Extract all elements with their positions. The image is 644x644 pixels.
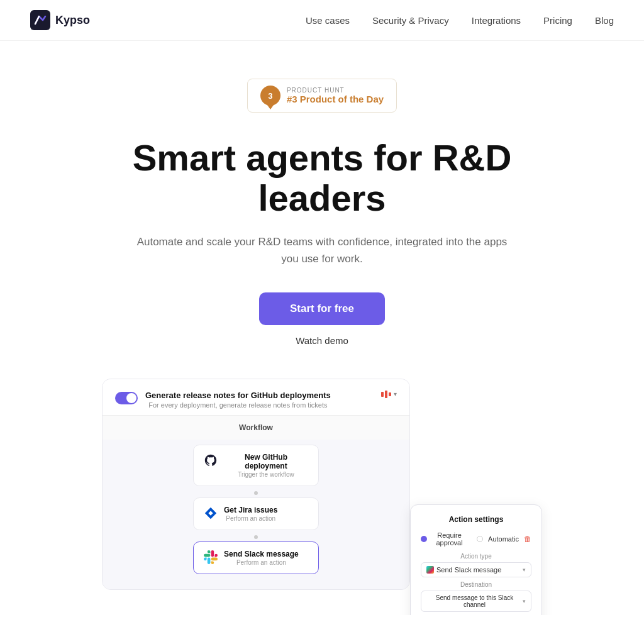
action-panel-title: Action settings [421, 515, 531, 524]
chart-chevron: ▾ [394, 391, 397, 397]
connector-2 [254, 535, 258, 539]
demo-header-text: Generate release notes for GitHub deploy… [145, 391, 331, 409]
action-type-label: Action type [421, 553, 531, 560]
demo-header: Generate release notes for GitHub deploy… [103, 379, 409, 416]
cta-group: Start for free Watch demo [259, 292, 385, 346]
bar-1 [381, 392, 384, 397]
jira-icon [204, 506, 218, 520]
github-node[interactable]: New GitHub deployment Trigger the workfl… [193, 445, 319, 486]
demo-container: Generate release notes for GitHub deploy… [102, 379, 542, 590]
nav-pricing[interactable]: Pricing [543, 15, 572, 26]
github-node-title: New GitHub deployment [224, 453, 308, 470]
demo-card-title: Generate release notes for GitHub deploy… [145, 391, 331, 400]
connector-1 [254, 491, 258, 495]
workflow-card: Generate release notes for GitHub deploy… [102, 379, 410, 590]
slack-node-title: Send Slack message [224, 550, 299, 558]
nav-links: Use cases Security & Privacy Integration… [306, 15, 614, 26]
github-icon [204, 453, 218, 467]
ph-text: PRODUCT HUNT #3 Product of the Day [287, 87, 384, 104]
bar-3 [389, 392, 391, 396]
start-free-button[interactable]: Start for free [259, 292, 385, 325]
product-hunt-badge[interactable]: 3 PRODUCT HUNT #3 Product of the Day [247, 79, 397, 113]
automatic-label: Automatic [488, 535, 519, 543]
slack-node-sub: Perform an action [224, 559, 299, 566]
action-type-value-row: Send Slack message [426, 566, 501, 574]
github-node-text: New GitHub deployment Trigger the workfl… [224, 453, 308, 478]
require-approval-label: Require approval [432, 531, 467, 547]
automatic-radio[interactable] [477, 536, 483, 542]
navbar: Kypso Use cases Security & Privacy Integ… [0, 0, 644, 41]
toggle-switch[interactable] [115, 392, 138, 404]
logo-text: Kypso [55, 14, 90, 27]
ph-medal: 3 [260, 86, 280, 106]
chart-icon: ▾ [381, 391, 397, 398]
destination-select[interactable]: Send message to this Slack channel ▾ [421, 591, 531, 612]
toggle-knob [126, 393, 136, 403]
jira-node[interactable]: Get Jira issues Perform an action [193, 497, 319, 530]
ph-title: #3 Product of the Day [287, 94, 384, 104]
hero-title: Smart agents for R&D leaders [102, 138, 542, 218]
workflow-body: New GitHub deployment Trigger the workfl… [103, 440, 409, 589]
bar-2 [385, 391, 387, 398]
jira-node-title: Get Jira issues [224, 506, 277, 514]
destination-chevron: ▾ [523, 598, 526, 604]
action-type-chevron: ▾ [523, 567, 526, 573]
hero-section: 3 PRODUCT HUNT #3 Product of the Day Sma… [0, 41, 644, 615]
ph-label: PRODUCT HUNT [287, 87, 345, 94]
nav-blog[interactable]: Blog [595, 15, 614, 26]
action-type-select[interactable]: Send Slack message ▾ [421, 562, 531, 577]
destination-value: Send message to this Slack channel [426, 594, 523, 608]
watch-demo-button[interactable]: Watch demo [296, 335, 348, 346]
demo-header-left: Generate release notes for GitHub deploy… [115, 391, 331, 409]
github-node-sub: Trigger the workflow [224, 471, 308, 478]
action-settings-panel: Action settings Require approval Automat… [410, 504, 542, 615]
trash-icon[interactable]: 🗑 [524, 535, 531, 543]
nav-use-cases[interactable]: Use cases [306, 15, 350, 26]
nav-security[interactable]: Security & Privacy [372, 15, 449, 26]
svg-rect-0 [30, 10, 50, 30]
slack-node-text: Send Slack message Perform an action [224, 550, 299, 566]
hero-subtitle: Automate and scale your R&D teams with c… [127, 233, 517, 267]
slack-node[interactable]: Send Slack message Perform an action [193, 541, 319, 574]
approval-row: Require approval Automatic 🗑 [421, 531, 531, 547]
logo[interactable]: Kypso [30, 10, 90, 30]
demo-card-subtitle: For every deployment, generate release n… [145, 401, 331, 409]
destination-label: Destination [421, 581, 531, 588]
jira-node-text: Get Jira issues Perform an action [224, 506, 277, 522]
workflow-label: Workflow [103, 416, 409, 440]
slack-icon [204, 550, 218, 564]
jira-node-sub: Perform an action [224, 515, 277, 522]
action-type-value: Send Slack message [436, 566, 501, 574]
logo-icon [30, 10, 50, 30]
nav-integrations[interactable]: Integrations [472, 15, 521, 26]
slack-icon-small [426, 566, 434, 574]
require-approval-radio[interactable] [421, 536, 427, 542]
